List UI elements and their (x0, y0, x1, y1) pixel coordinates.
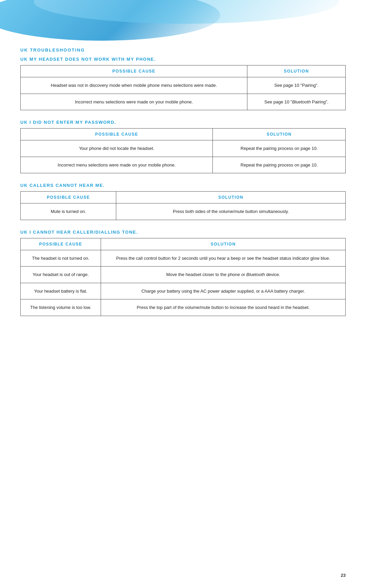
col-header-cause: POSSIBLE CAUSE (21, 65, 247, 77)
cause-cell: Incorrect menu selections were made on y… (21, 94, 247, 110)
main-section-title: UK TROUBLESHOOTING (20, 47, 346, 53)
col-header-cause: POSSIBLE CAUSE (21, 238, 101, 250)
cause-cell: Your headset battery is flat. (21, 283, 101, 299)
cause-cell: Your phone did not locate the headset. (21, 140, 213, 157)
subsection-title-headset-not-work: UK MY HEADSET DOES NOT WORK WITH MY PHON… (20, 57, 346, 62)
table-row: Your headset battery is flat.Charge your… (21, 283, 346, 299)
col-header-solution: SOLUTION (101, 238, 346, 250)
cause-cell: Headset was not in discovery mode when m… (21, 77, 247, 94)
cause-cell: The listening volume is too low. (21, 299, 101, 316)
solution-cell: Repeat the pairing process on page 10. (213, 140, 346, 157)
table-row: Incorrect menu selections were made on y… (21, 157, 346, 173)
header-decoration (0, 0, 366, 41)
col-header-solution: SOLUTION (247, 65, 346, 77)
solution-cell: See page 10 "Pairing". (247, 77, 346, 94)
table-row: Incorrect menu selections were made on y… (21, 94, 346, 110)
cause-cell: Incorrect menu selections were made on y… (21, 157, 213, 173)
page-number: 23 (341, 573, 346, 578)
subsection-title-callers-cannot-hear: UK CALLERS CANNOT HEAR ME. (20, 183, 346, 188)
cause-cell: Your headset is out of range. (21, 267, 101, 283)
table-cannot-hear-caller: POSSIBLE CAUSESOLUTIONThe headset is not… (20, 238, 346, 316)
table-row: Headset was not in discovery mode when m… (21, 77, 346, 94)
solution-cell: Press both sides of the volume/mute butt… (116, 203, 346, 220)
table-row: Mute is turned on.Press both sides of th… (21, 203, 346, 220)
col-header-cause: POSSIBLE CAUSE (21, 129, 213, 140)
solution-cell: Press the call control button for 2 seco… (101, 250, 346, 267)
col-header-solution: SOLUTION (116, 192, 346, 203)
col-header-solution: SOLUTION (213, 129, 346, 140)
solution-cell: See page 10 "Bluetooth Pairing". (247, 94, 346, 110)
table-headset-not-work: POSSIBLE CAUSESOLUTIONHeadset was not in… (20, 65, 346, 110)
table-row: Your phone did not locate the headset.Re… (21, 140, 346, 157)
page-content: UK TROUBLESHOOTING UK MY HEADSET DOES NO… (0, 0, 366, 346)
solution-cell: Repeat the pairing process on page 10. (213, 157, 346, 173)
subsection-title-did-not-enter-password: UK I DID NOT ENTER MY PASSWORD. (20, 120, 346, 125)
sections-container: UK MY HEADSET DOES NOT WORK WITH MY PHON… (20, 57, 346, 316)
solution-cell: Press the top part of the volume/mute bu… (101, 299, 346, 316)
solution-cell: Charge your battery using the AC power a… (101, 283, 346, 299)
cause-cell: Mute is turned on. (21, 203, 116, 220)
subsection-title-cannot-hear-caller: UK I CANNOT HEAR CALLER/DIALLING TONE. (20, 230, 346, 235)
table-callers-cannot-hear: POSSIBLE CAUSESOLUTIONMute is turned on.… (20, 191, 346, 220)
table-row: Your headset is out of range.Move the he… (21, 267, 346, 283)
solution-cell: Move the headset closer to the phone or … (101, 267, 346, 283)
cause-cell: The headset is not turned on. (21, 250, 101, 267)
table-row: The headset is not turned on.Press the c… (21, 250, 346, 267)
table-row: The listening volume is too low.Press th… (21, 299, 346, 316)
col-header-cause: POSSIBLE CAUSE (21, 192, 116, 203)
table-did-not-enter-password: POSSIBLE CAUSESOLUTIONYour phone did not… (20, 128, 346, 173)
